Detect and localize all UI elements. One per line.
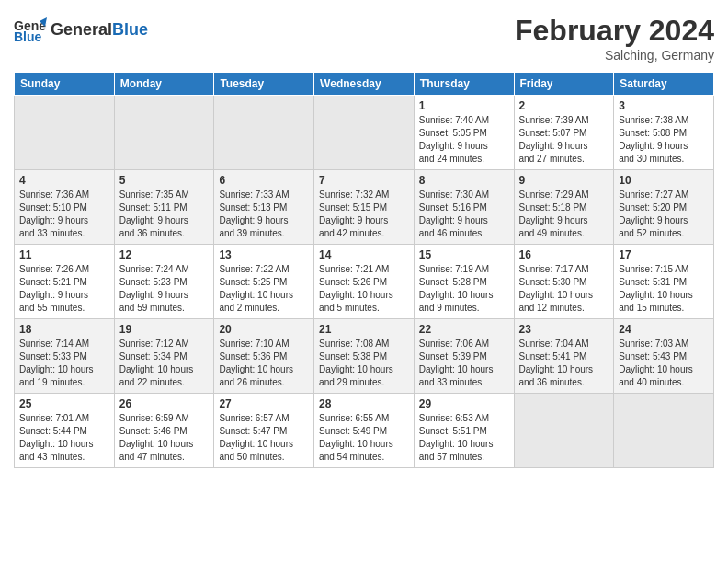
day-info: Sunrise: 7:04 AM Sunset: 5:41 PM Dayligh… [519, 338, 609, 389]
calendar-cell: 1Sunrise: 7:40 AM Sunset: 5:05 PM Daylig… [414, 96, 514, 170]
day-number: 23 [519, 323, 609, 336]
logo-blue: Blue [112, 20, 148, 39]
calendar-cell [15, 96, 115, 170]
day-number: 8 [419, 174, 509, 187]
day-number: 10 [619, 174, 709, 187]
calendar-cell: 24Sunrise: 7:03 AM Sunset: 5:43 PM Dayli… [614, 319, 714, 394]
calendar-cell: 15Sunrise: 7:19 AM Sunset: 5:28 PM Dayli… [414, 245, 514, 319]
calendar-cell: 20Sunrise: 7:10 AM Sunset: 5:36 PM Dayli… [214, 319, 314, 394]
day-number: 16 [519, 248, 609, 261]
day-info: Sunrise: 6:57 AM Sunset: 5:47 PM Dayligh… [219, 412, 309, 464]
day-number: 12 [119, 248, 210, 261]
day-number: 7 [319, 174, 409, 187]
calendar-cell: 27Sunrise: 6:57 AM Sunset: 5:47 PM Dayli… [214, 394, 314, 468]
weekday-header-tuesday: Tuesday [214, 73, 314, 96]
calendar-cell: 9Sunrise: 7:29 AM Sunset: 5:18 PM Daylig… [514, 170, 614, 245]
calendar-table: SundayMondayTuesdayWednesdayThursdayFrid… [14, 72, 714, 468]
calendar-cell [614, 394, 714, 468]
day-info: Sunrise: 7:14 AM Sunset: 5:33 PM Dayligh… [19, 338, 109, 389]
day-number: 17 [619, 248, 709, 261]
day-number: 27 [219, 397, 309, 410]
day-info: Sunrise: 7:06 AM Sunset: 5:39 PM Dayligh… [419, 338, 509, 389]
day-number: 21 [319, 323, 409, 336]
day-number: 19 [119, 323, 210, 336]
calendar-cell: 13Sunrise: 7:22 AM Sunset: 5:25 PM Dayli… [214, 245, 314, 319]
weekday-header-sunday: Sunday [15, 73, 115, 96]
weekday-header-saturday: Saturday [614, 73, 714, 96]
week-row-2: 4Sunrise: 7:36 AM Sunset: 5:10 PM Daylig… [15, 170, 714, 245]
day-number: 24 [619, 323, 709, 336]
title-block: February 2024 Salching, Germany [515, 14, 714, 63]
day-number: 18 [19, 323, 109, 336]
calendar-cell [214, 96, 314, 170]
day-info: Sunrise: 7:35 AM Sunset: 5:11 PM Dayligh… [119, 189, 210, 240]
logo-icon: General Blue [14, 14, 47, 47]
calendar-cell: 28Sunrise: 6:55 AM Sunset: 5:49 PM Dayli… [314, 394, 415, 468]
calendar-title: February 2024 [515, 14, 714, 48]
day-info: Sunrise: 7:29 AM Sunset: 5:18 PM Dayligh… [519, 189, 609, 240]
day-info: Sunrise: 7:19 AM Sunset: 5:28 PM Dayligh… [419, 263, 509, 315]
calendar-cell: 22Sunrise: 7:06 AM Sunset: 5:39 PM Dayli… [414, 319, 514, 394]
day-info: Sunrise: 7:03 AM Sunset: 5:43 PM Dayligh… [619, 338, 709, 389]
calendar-cell: 11Sunrise: 7:26 AM Sunset: 5:21 PM Dayli… [15, 245, 115, 319]
day-number: 2 [519, 99, 609, 112]
day-number: 1 [419, 99, 509, 112]
logo-general: General [51, 20, 112, 39]
calendar-cell: 16Sunrise: 7:17 AM Sunset: 5:30 PM Dayli… [514, 245, 614, 319]
day-info: Sunrise: 6:53 AM Sunset: 5:51 PM Dayligh… [419, 412, 509, 464]
day-info: Sunrise: 7:17 AM Sunset: 5:30 PM Dayligh… [519, 263, 609, 315]
weekday-header-thursday: Thursday [414, 73, 514, 96]
day-number: 13 [219, 248, 309, 261]
day-info: Sunrise: 7:33 AM Sunset: 5:13 PM Dayligh… [219, 189, 309, 240]
calendar-cell [314, 96, 415, 170]
week-row-1: 1Sunrise: 7:40 AM Sunset: 5:05 PM Daylig… [15, 96, 714, 170]
day-info: Sunrise: 7:12 AM Sunset: 5:34 PM Dayligh… [119, 338, 210, 389]
day-info: Sunrise: 6:59 AM Sunset: 5:46 PM Dayligh… [119, 412, 210, 464]
day-number: 26 [119, 397, 210, 410]
day-number: 28 [319, 397, 409, 410]
weekday-header-friday: Friday [514, 73, 614, 96]
day-number: 4 [19, 174, 109, 187]
day-info: Sunrise: 7:08 AM Sunset: 5:38 PM Dayligh… [319, 338, 409, 389]
week-row-5: 25Sunrise: 7:01 AM Sunset: 5:44 PM Dayli… [15, 394, 714, 468]
day-number: 22 [419, 323, 509, 336]
day-info: Sunrise: 7:01 AM Sunset: 5:44 PM Dayligh… [19, 412, 109, 464]
day-info: Sunrise: 7:39 AM Sunset: 5:07 PM Dayligh… [519, 114, 609, 166]
day-number: 3 [619, 99, 709, 112]
day-info: Sunrise: 7:22 AM Sunset: 5:25 PM Dayligh… [219, 263, 309, 315]
calendar-cell [114, 96, 214, 170]
calendar-cell: 4Sunrise: 7:36 AM Sunset: 5:10 PM Daylig… [15, 170, 115, 245]
day-number: 25 [19, 397, 109, 410]
calendar-cell: 29Sunrise: 6:53 AM Sunset: 5:51 PM Dayli… [414, 394, 514, 468]
calendar-cell: 3Sunrise: 7:38 AM Sunset: 5:08 PM Daylig… [614, 96, 714, 170]
weekday-header-wednesday: Wednesday [314, 73, 415, 96]
calendar-cell: 14Sunrise: 7:21 AM Sunset: 5:26 PM Dayli… [314, 245, 415, 319]
calendar-cell: 17Sunrise: 7:15 AM Sunset: 5:31 PM Dayli… [614, 245, 714, 319]
svg-text:Blue: Blue [14, 29, 42, 44]
calendar-cell: 7Sunrise: 7:32 AM Sunset: 5:15 PM Daylig… [314, 170, 415, 245]
day-number: 15 [419, 248, 509, 261]
calendar-cell: 6Sunrise: 7:33 AM Sunset: 5:13 PM Daylig… [214, 170, 314, 245]
calendar-cell: 5Sunrise: 7:35 AM Sunset: 5:11 PM Daylig… [114, 170, 214, 245]
logo: General Blue GeneralBlue [14, 14, 148, 47]
day-number: 20 [219, 323, 309, 336]
day-info: Sunrise: 7:26 AM Sunset: 5:21 PM Dayligh… [19, 263, 109, 315]
day-info: Sunrise: 7:30 AM Sunset: 5:16 PM Dayligh… [419, 189, 509, 240]
week-row-3: 11Sunrise: 7:26 AM Sunset: 5:21 PM Dayli… [15, 245, 714, 319]
calendar-subtitle: Salching, Germany [515, 48, 714, 63]
day-number: 6 [219, 174, 309, 187]
calendar-cell [514, 394, 614, 468]
calendar-cell: 26Sunrise: 6:59 AM Sunset: 5:46 PM Dayli… [114, 394, 214, 468]
day-number: 11 [19, 248, 109, 261]
day-info: Sunrise: 7:36 AM Sunset: 5:10 PM Dayligh… [19, 189, 109, 240]
calendar-cell: 25Sunrise: 7:01 AM Sunset: 5:44 PM Dayli… [15, 394, 115, 468]
calendar-cell: 12Sunrise: 7:24 AM Sunset: 5:23 PM Dayli… [114, 245, 214, 319]
day-info: Sunrise: 6:55 AM Sunset: 5:49 PM Dayligh… [319, 412, 409, 464]
day-number: 14 [319, 248, 409, 261]
day-info: Sunrise: 7:32 AM Sunset: 5:15 PM Dayligh… [319, 189, 409, 240]
page-header: General Blue GeneralBlue February 2024 S… [14, 14, 714, 63]
day-info: Sunrise: 7:40 AM Sunset: 5:05 PM Dayligh… [419, 114, 509, 166]
weekday-header-monday: Monday [114, 73, 214, 96]
calendar-cell: 23Sunrise: 7:04 AM Sunset: 5:41 PM Dayli… [514, 319, 614, 394]
day-info: Sunrise: 7:24 AM Sunset: 5:23 PM Dayligh… [119, 263, 210, 315]
